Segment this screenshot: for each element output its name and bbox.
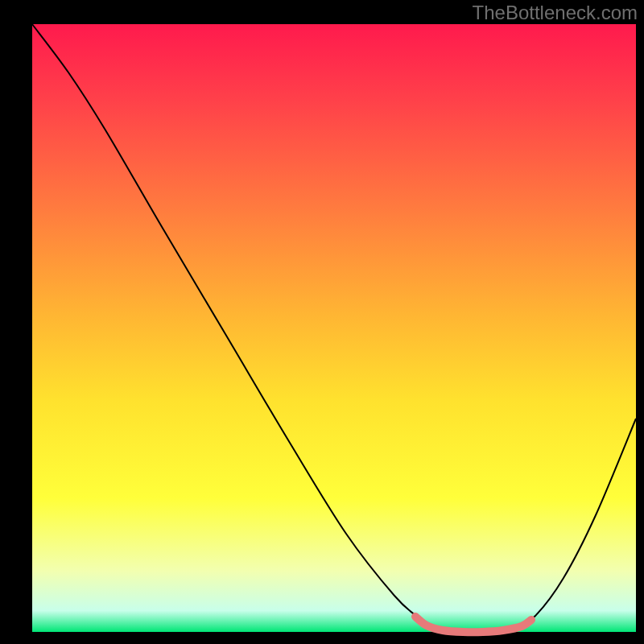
chart-container: TheBottleneck.com [0,0,644,644]
bottleneck-chart [0,0,644,644]
gradient-background [32,24,636,632]
watermark-text: TheBottleneck.com [473,2,638,24]
